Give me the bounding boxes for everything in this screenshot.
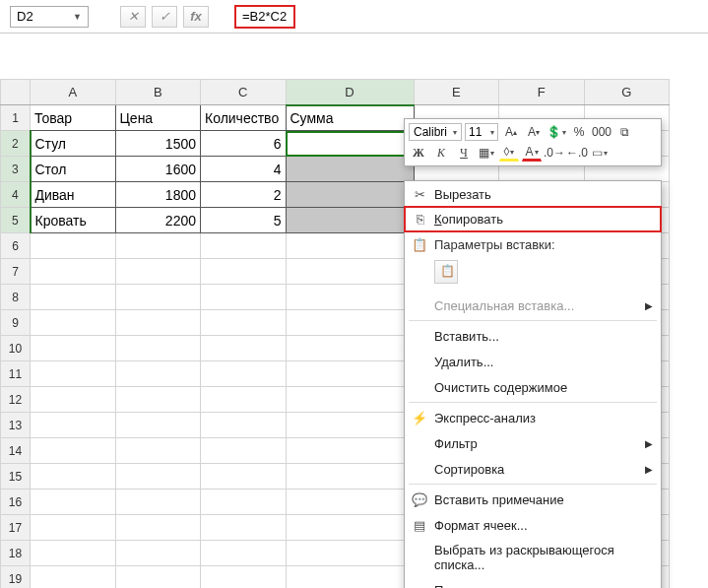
cell[interactable]: Цена	[115, 105, 201, 131]
decrease-decimal-icon[interactable]: ←.0	[567, 144, 587, 162]
cell[interactable]: Кровать	[31, 208, 116, 233]
context-menu: ✂ Вырезать ⎘ Копировать 📋 Параметры вста…	[404, 180, 662, 588]
increase-font-icon[interactable]: A▴	[501, 123, 521, 141]
row-header[interactable]: 3	[1, 157, 31, 182]
cell[interactable]: 5	[201, 208, 287, 233]
comment-icon: 💬	[411, 490, 428, 508]
menu-insert[interactable]: Вставить...	[405, 323, 661, 349]
clipboard-icon: 📋	[411, 235, 428, 253]
row-header[interactable]: 18	[1, 541, 31, 566]
cell[interactable]: 2	[201, 182, 287, 208]
row-header[interactable]: 16	[1, 490, 31, 515]
row-header[interactable]: 9	[1, 310, 31, 336]
cell-selected[interactable]	[286, 157, 414, 182]
col-header-a[interactable]: A	[31, 80, 116, 105]
format-cells-icon: ▤	[411, 516, 428, 534]
col-header-c[interactable]: C	[201, 80, 287, 105]
submenu-arrow-icon: ▶	[645, 300, 653, 311]
formula-text: =B2*C2	[242, 9, 287, 24]
paste-option-default[interactable]	[434, 260, 458, 284]
name-box[interactable]: D2 ▼	[10, 6, 89, 28]
cell[interactable]: 4	[201, 157, 287, 182]
menu-format-cells[interactable]: ▤ Формат ячеек...	[405, 512, 661, 538]
cell[interactable]: 1600	[115, 157, 201, 182]
row-header[interactable]: 11	[1, 361, 31, 387]
increase-decimal-icon[interactable]: .0→	[545, 144, 564, 162]
cell[interactable]: 1500	[115, 131, 201, 157]
row-header[interactable]: 15	[1, 464, 31, 490]
formula-input[interactable]: =B2*C2	[234, 5, 295, 29]
mini-toolbar: Calibri▾ 11▾ A▴ A▾ 💲▾ % 000 ⧉ Ж К Ч ▦▾ ◊…	[404, 118, 662, 166]
quick-analysis-icon: ⚡	[411, 409, 428, 426]
fill-color-button[interactable]: ◊▾	[499, 144, 519, 162]
chevron-down-icon: ▾	[453, 128, 457, 137]
row-header[interactable]: 7	[1, 259, 31, 285]
menu-separator	[409, 320, 657, 321]
bold-button[interactable]: Ж	[409, 144, 428, 162]
cell[interactable]: Диван	[31, 182, 116, 208]
insert-function-button[interactable]: fx	[183, 6, 209, 28]
col-header-g[interactable]: G	[584, 80, 670, 105]
row-header[interactable]: 12	[1, 387, 31, 413]
percent-format-icon[interactable]: %	[569, 123, 589, 141]
col-header-e[interactable]: E	[414, 80, 499, 105]
decrease-font-icon[interactable]: A▾	[524, 123, 544, 141]
cell[interactable]: 1800	[115, 182, 201, 208]
row-header[interactable]: 14	[1, 438, 31, 464]
col-header-d[interactable]: D	[286, 80, 414, 105]
row-header[interactable]: 8	[1, 285, 31, 310]
cell[interactable]: Стул	[31, 131, 116, 157]
menu-delete[interactable]: Удалить...	[405, 349, 661, 374]
border-button[interactable]: ▦▾	[477, 144, 496, 162]
submenu-arrow-icon: ▶	[645, 464, 653, 475]
copy-icon: ⎘	[412, 211, 429, 229]
menu-define-name[interactable]: Присвоить имя...	[405, 577, 661, 588]
menu-insert-comment[interactable]: 💬 Вставить примечание	[405, 487, 661, 512]
cell-selected[interactable]	[286, 208, 414, 233]
menu-pick-from-list[interactable]: Выбрать из раскрывающегося списка...	[405, 538, 661, 577]
chevron-down-icon: ▾	[490, 128, 494, 137]
col-header-b[interactable]: B	[115, 80, 201, 105]
underline-button[interactable]: Ч	[454, 144, 474, 162]
col-header-f[interactable]: F	[499, 80, 585, 105]
row-header[interactable]: 10	[1, 336, 31, 361]
menu-paste-special: Специальная вставка... ▶	[405, 293, 661, 318]
font-size-select[interactable]: 11▾	[465, 123, 498, 141]
row-header[interactable]: 19	[1, 566, 31, 589]
menu-sort[interactable]: Сортировка ▶	[405, 456, 661, 482]
merge-cells-icon[interactable]: ▭▾	[590, 144, 610, 162]
accept-formula-button[interactable]: ✓	[152, 6, 177, 28]
cell-selected-active[interactable]	[286, 131, 414, 157]
font-family-select[interactable]: Calibri▾	[409, 123, 462, 141]
menu-separator	[409, 484, 657, 485]
format-painter-icon[interactable]: ⧉	[614, 123, 634, 141]
font-color-button[interactable]: A▾	[522, 144, 542, 162]
comma-format-icon[interactable]: 000	[592, 123, 611, 141]
row-header[interactable]: 13	[1, 413, 31, 438]
menu-filter[interactable]: Фильтр ▶	[405, 430, 661, 456]
row-header[interactable]: 17	[1, 515, 31, 541]
cancel-formula-button[interactable]: ✕	[120, 6, 146, 28]
menu-clear-contents[interactable]: Очистить содержимое	[405, 374, 661, 400]
menu-copy[interactable]: ⎘ Копировать	[404, 206, 662, 232]
row-header[interactable]: 5	[1, 208, 31, 233]
menu-cut[interactable]: ✂ Вырезать	[405, 181, 661, 207]
name-box-value: D2	[17, 9, 33, 24]
menu-quick-analysis[interactable]: ⚡ Экспресс-анализ	[405, 405, 661, 430]
cell[interactable]: Товар	[31, 105, 116, 131]
cell-selected[interactable]	[286, 182, 414, 208]
accounting-format-icon[interactable]: 💲▾	[547, 123, 566, 141]
cell[interactable]: 2200	[115, 208, 201, 233]
cell[interactable]: Стол	[31, 157, 116, 182]
cell[interactable]: Сумма	[286, 105, 414, 131]
italic-button[interactable]: К	[431, 144, 451, 162]
row-header[interactable]: 6	[1, 233, 31, 259]
row-header[interactable]: 1	[1, 105, 31, 131]
menu-separator	[409, 402, 657, 403]
row-header[interactable]: 4	[1, 182, 31, 208]
paste-options-row	[405, 257, 661, 293]
select-all-corner[interactable]	[1, 80, 31, 105]
row-header[interactable]: 2	[1, 131, 31, 157]
cell[interactable]: 6	[201, 131, 287, 157]
cell[interactable]: Количество	[201, 105, 287, 131]
